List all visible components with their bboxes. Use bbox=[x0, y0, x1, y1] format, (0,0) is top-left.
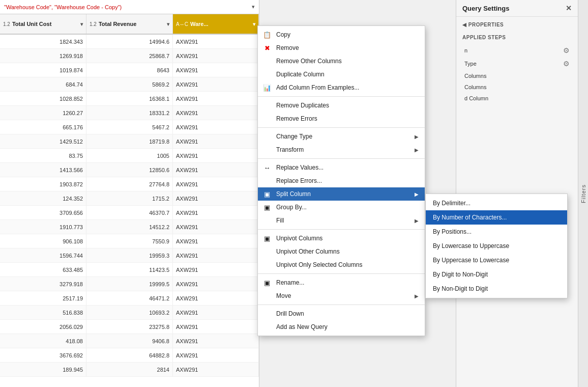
submenu-item-by-delimiter[interactable]: By Delimiter... bbox=[426, 196, 567, 210]
submenu-arrow: ▶ bbox=[415, 293, 419, 299]
menu-item-copy[interactable]: 📋Copy bbox=[258, 28, 425, 41]
cell-col1: 906.108 bbox=[0, 234, 86, 248]
menu-label: Unpivot Other Columns bbox=[276, 248, 340, 255]
menu-label: Copy bbox=[276, 31, 290, 38]
submenu-item-by-uppercase-to-lowercase[interactable]: By Uppercase to Lowercase bbox=[426, 253, 567, 267]
cell-col3: AXW291 bbox=[173, 134, 259, 148]
cell-col1: 684.74 bbox=[0, 77, 86, 91]
menu-item-remove-duplicates[interactable]: Remove Duplicates bbox=[258, 99, 425, 112]
query-settings-close[interactable]: ✕ bbox=[566, 4, 572, 12]
gear-icon[interactable]: ⚙ bbox=[563, 60, 570, 68]
menu-item-move[interactable]: Move▶ bbox=[258, 289, 425, 302]
formula-text: "Warehouse Code", "Warehouse Code - Copy… bbox=[4, 4, 122, 10]
transform-icon bbox=[262, 145, 272, 155]
add-col-icon: 📊 bbox=[262, 82, 272, 93]
column-headers: 1.2 Total Unit Cost ▾ 1.2 Total Revenue … bbox=[0, 14, 259, 35]
table-row: 3676.692 64882.8 AXW291 bbox=[0, 348, 259, 363]
table-row: 1429.512 18719.8 AXW291 bbox=[0, 134, 259, 149]
qs-step-step5[interactable]: d Column bbox=[460, 93, 574, 103]
col2-type-badge: 1.2 bbox=[90, 21, 97, 27]
table-row: 189.945 2814 AXW291 bbox=[0, 363, 259, 377]
cell-col2: 18331.2 bbox=[86, 106, 173, 120]
submenu-item-by-positions[interactable]: By Positions... bbox=[426, 225, 567, 239]
unpivot-columns-icon: ▣ bbox=[262, 233, 272, 243]
cell-col3: AXW291 bbox=[173, 49, 259, 63]
menu-item-unpivot-only-selected[interactable]: Unpivot Only Selected Columns bbox=[258, 258, 425, 271]
table-row: 1269.918 25868.7 AXW291 bbox=[0, 49, 259, 63]
cell-col2: 5467.2 bbox=[86, 120, 173, 134]
menu-label: Split Column bbox=[276, 190, 311, 198]
formula-bar: "Warehouse Code", "Warehouse Code - Copy… bbox=[0, 0, 259, 14]
menu-label: Drill Down bbox=[276, 310, 304, 317]
menu-item-unpivot-columns[interactable]: ▣Unpivot Columns bbox=[258, 232, 425, 245]
menu-item-transform[interactable]: Transform▶ bbox=[258, 143, 425, 156]
qs-step-label: Columns bbox=[464, 84, 486, 90]
column-header-warehouse-code[interactable]: A↔C Ware... ▾ bbox=[173, 14, 259, 34]
menu-item-add-column-from-examples[interactable]: 📊Add Column From Examples... bbox=[258, 81, 425, 94]
query-settings-title: Query Settings bbox=[462, 5, 509, 12]
menu-label: Unpivot Only Selected Columns bbox=[276, 261, 362, 268]
col2-label: Total Revenue bbox=[99, 21, 136, 27]
submenu-item-by-digit-to-non-digit[interactable]: By Digit to Non-Digit bbox=[426, 267, 567, 282]
menu-item-remove[interactable]: ✖Remove bbox=[258, 41, 425, 54]
table-row: 516.838 10693.2 AXW291 bbox=[0, 306, 259, 320]
submenu-arrow: ▶ bbox=[415, 218, 419, 224]
col1-filter-btn[interactable]: ▾ bbox=[80, 21, 83, 27]
group-by-icon: ▣ bbox=[262, 202, 272, 212]
table-row: 2517.19 46471.2 AXW291 bbox=[0, 291, 259, 306]
filters-sidebar[interactable]: Filters bbox=[578, 0, 588, 387]
col2-filter-btn[interactable]: ▾ bbox=[167, 21, 169, 27]
duplicate-column-icon bbox=[262, 69, 272, 79]
replace-errors-icon bbox=[262, 176, 272, 186]
cell-col3: AXW291 bbox=[173, 149, 259, 162]
menu-label: Add Column From Examples... bbox=[276, 84, 359, 91]
submenu-item-by-number-of-characters[interactable]: By Number of Characters... bbox=[426, 210, 567, 225]
menu-separator bbox=[258, 127, 425, 128]
submenu-item-by-non-digit-to-digit[interactable]: By Non-Digit to Digit bbox=[426, 282, 567, 296]
unpivot-other-columns-icon bbox=[262, 246, 272, 257]
split-column-submenu: By Delimiter...By Number of Characters..… bbox=[425, 194, 568, 298]
menu-separator bbox=[258, 96, 425, 97]
cell-col1: 633.485 bbox=[0, 263, 86, 277]
qs-step-step4[interactable]: Columns bbox=[460, 82, 574, 92]
menu-label: Add as New Query bbox=[276, 323, 328, 330]
qs-step-step2[interactable]: Type⚙ bbox=[460, 58, 574, 70]
menu-item-remove-other-columns[interactable]: Remove Other Columns bbox=[258, 54, 425, 68]
cell-col2: 5869.2 bbox=[86, 77, 173, 91]
menu-item-replace-errors[interactable]: Replace Errors... bbox=[258, 174, 425, 187]
menu-label: Remove Errors bbox=[276, 115, 317, 122]
gear-icon[interactable]: ⚙ bbox=[563, 46, 570, 54]
menu-label: Unpivot Columns bbox=[276, 235, 322, 242]
remove-errors-icon bbox=[262, 114, 272, 124]
menu-item-change-type[interactable]: Change Type▶ bbox=[258, 130, 425, 143]
replace-icon: ↔ bbox=[262, 162, 272, 173]
menu-item-unpivot-other-columns[interactable]: Unpivot Other Columns bbox=[258, 245, 425, 258]
cell-col1: 3676.692 bbox=[0, 348, 86, 362]
formula-dropdown-arrow[interactable]: ▾ bbox=[252, 4, 255, 10]
cell-col1: 1269.918 bbox=[0, 49, 86, 63]
qs-step-step1[interactable]: n⚙ bbox=[460, 44, 574, 57]
menu-label: Remove bbox=[276, 44, 299, 51]
menu-item-fill[interactable]: Fill▶ bbox=[258, 214, 425, 227]
menu-item-drill-down[interactable]: Drill Down bbox=[258, 307, 425, 320]
submenu-item-by-lowercase-to-uppercase[interactable]: By Lowercase to Uppercase bbox=[426, 239, 567, 253]
column-header-total-revenue[interactable]: 1.2 Total Revenue ▾ bbox=[86, 14, 173, 34]
menu-item-add-as-new-query[interactable]: Add as New Query bbox=[258, 320, 425, 334]
menu-item-replace-values[interactable]: ↔Replace Values... bbox=[258, 161, 425, 174]
col3-filter-btn[interactable]: ▾ bbox=[253, 21, 255, 27]
menu-item-group-by[interactable]: ▣Group By... bbox=[258, 201, 425, 214]
table-row: 1413.566 12850.6 AXW291 bbox=[0, 163, 259, 177]
menu-item-duplicate-column[interactable]: Duplicate Column bbox=[258, 68, 425, 81]
qs-step-step3[interactable]: Columns bbox=[460, 71, 574, 81]
submenu-label: By Number of Characters... bbox=[433, 214, 507, 221]
menu-item-remove-errors[interactable]: Remove Errors bbox=[258, 112, 425, 125]
remove-other-columns-icon bbox=[262, 56, 272, 66]
submenu-arrow: ▶ bbox=[415, 191, 419, 197]
column-header-total-unit-cost[interactable]: 1.2 Total Unit Cost ▾ bbox=[0, 14, 86, 34]
cell-col3: AXW291 bbox=[173, 277, 259, 291]
menu-item-rename[interactable]: ▣Rename... bbox=[258, 276, 425, 289]
submenu-label: By Delimiter... bbox=[433, 200, 471, 207]
menu-item-split-column[interactable]: ▣Split Column▶ bbox=[258, 187, 425, 201]
cell-col1: 189.945 bbox=[0, 363, 86, 376]
table-row: 3279.918 19999.5 AXW291 bbox=[0, 277, 259, 291]
